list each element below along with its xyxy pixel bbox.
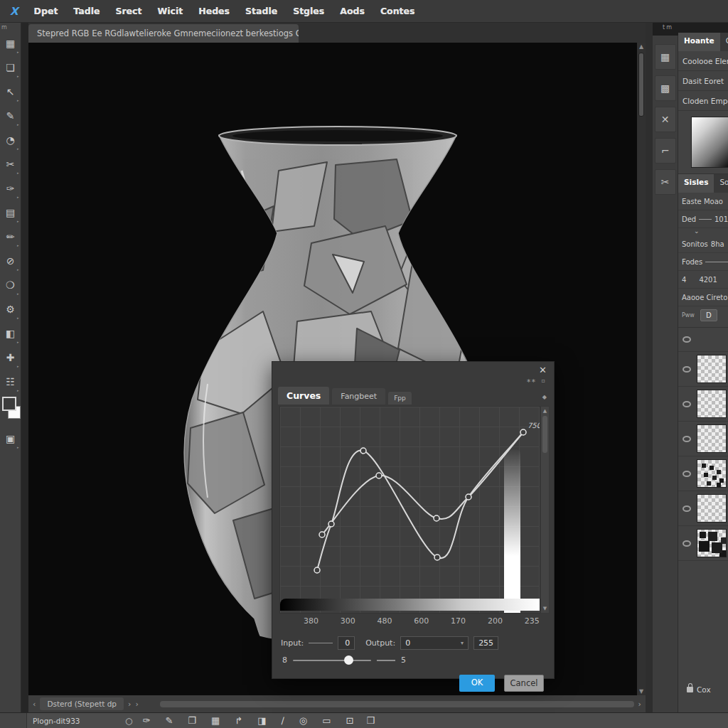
canvas-horizontal-scrollbar[interactable] (160, 701, 634, 707)
stamp-tool[interactable]: ☷ (1, 370, 20, 394)
layer-thumbnail[interactable] (697, 529, 727, 557)
layer-thumbnail[interactable] (697, 494, 727, 523)
graph-scroll-thumb[interactable] (542, 416, 547, 453)
visibility-eye-icon[interactable] (682, 436, 691, 442)
layer-thumbnail[interactable] (697, 459, 727, 488)
row-sonitos[interactable]: Sonitos 8ha (678, 235, 728, 253)
scroll-down-icon[interactable]: ▼ (639, 688, 643, 695)
export-icon[interactable]: ↱ (235, 715, 242, 726)
layers-tool[interactable]: ▤ (1, 200, 20, 225)
slider-row-fodes[interactable]: Fodes (678, 253, 728, 271)
slider-row-ded[interactable]: Ded 101 (678, 210, 728, 228)
lasso-tool[interactable]: ❍ (1, 273, 20, 297)
menu-item-stgles[interactable]: Stgles (293, 6, 324, 16)
graph-scroll-down-icon[interactable]: ▼ (543, 606, 547, 611)
curve-control-point[interactable] (314, 567, 320, 573)
menu-item-stadle[interactable]: Stadle (245, 6, 277, 16)
menu-item-tadle[interactable]: Tadle (73, 6, 100, 16)
section-tab-sonn[interactable]: Sonn (714, 174, 728, 193)
plus-tool[interactable]: ✚ (1, 346, 20, 370)
curve-control-point[interactable] (319, 532, 325, 537)
scroll-right-icon[interactable]: › (638, 700, 641, 709)
crop-tool[interactable]: ❏ (1, 55, 20, 80)
line-icon[interactable]: ∕ (281, 715, 284, 726)
row-aaooe[interactable]: Aaooe Cireto (678, 289, 728, 306)
output-max-field[interactable]: 255 (473, 636, 498, 650)
scissors-tool[interactable]: ✂ (1, 152, 20, 176)
prev-doc-icon[interactable]: ‹ (33, 700, 36, 709)
curve-control-point[interactable] (434, 555, 440, 560)
visibility-eye-icon[interactable] (682, 540, 691, 547)
layer-row[interactable] (678, 387, 728, 422)
section-tab-sisles[interactable]: Sisles (678, 174, 714, 193)
corner-panel-icon-button[interactable]: ⌐ (655, 138, 676, 164)
canvas-vertical-scrollbar[interactable]: ▲ ▼ (637, 43, 646, 695)
curve-control-point[interactable] (520, 429, 526, 435)
panel-item[interactable]: Dasit Eoret (678, 71, 728, 91)
target-icon[interactable]: ◎ (299, 715, 307, 726)
gear-tool[interactable]: ⚙ (1, 297, 20, 321)
marquee-tool[interactable]: ▦ (1, 31, 20, 55)
curve-control-point[interactable] (466, 494, 471, 500)
close-icon[interactable]: ✕ (539, 365, 547, 375)
visibility-eye-icon[interactable] (682, 471, 691, 477)
bucket-icon[interactable]: ◨ (257, 715, 266, 726)
menu-item-hedes[interactable]: Hedes (198, 6, 230, 16)
scrollbar-thumb[interactable] (638, 53, 644, 117)
color-swatches[interactable] (1, 397, 20, 424)
visibility-eye-icon[interactable] (682, 336, 691, 343)
layer-thumbnail[interactable] (697, 390, 727, 418)
scroll-up-icon[interactable]: ▲ (639, 43, 643, 50)
curve-control-point[interactable] (434, 515, 439, 521)
gradient-picker[interactable] (691, 117, 728, 168)
monitor-icon[interactable]: ▭ (322, 715, 331, 726)
right-tab-co[interactable]: Co (720, 33, 728, 51)
slider-track[interactable] (699, 219, 712, 220)
layers-icon[interactable]: ❐ (188, 715, 196, 726)
menu-item-wicit[interactable]: Wicit (157, 6, 183, 16)
document-tab[interactable]: Stepred RGB Ee RGdlawtelieroke Gmnemecii… (28, 24, 299, 43)
right-tab-hoante[interactable]: Hoante (678, 33, 720, 51)
slider-handle[interactable] (344, 655, 353, 665)
collapse-icon[interactable]: ▫ (542, 378, 545, 386)
dialog-tab-curves[interactable]: Curves (278, 387, 329, 405)
layer-row[interactable] (678, 491, 728, 526)
input-value-field[interactable]: 0 (338, 636, 355, 650)
layer-row[interactable] (678, 456, 728, 491)
cut-panel-icon-button[interactable]: ✕ (655, 107, 676, 132)
dialog-tab-fangbeet[interactable]: Fangbeet (332, 388, 385, 405)
pen-icon[interactable]: ✎ (165, 715, 173, 726)
curves-plot[interactable]: 750 (280, 407, 540, 614)
pattern-panel-icon-button[interactable]: ▩ (655, 75, 676, 101)
layer-row[interactable] (678, 526, 728, 561)
dialog-tab-fpp[interactable]: Fpp (388, 392, 412, 405)
cancel-button[interactable]: Cancel (504, 675, 544, 692)
bottom-document-tab[interactable]: Dsterd (Stepett dp (40, 697, 124, 710)
pen-tool[interactable]: ✎ (1, 104, 20, 128)
slider-track[interactable] (705, 262, 728, 262)
grid-panel-icon-button[interactable]: ▦ (655, 44, 676, 70)
next-doc-icon-2[interactable]: › (135, 700, 138, 709)
output-dropdown[interactable]: 0 ▾ (400, 636, 469, 650)
file-icon[interactable]: ❒ (366, 715, 375, 726)
curve-control-point[interactable] (360, 448, 366, 454)
menu-item-aods[interactable]: Aods (340, 6, 365, 16)
curve-control-point[interactable] (328, 521, 334, 527)
visibility-eye-icon[interactable] (682, 401, 691, 407)
pencil-tool[interactable]: ✏ (1, 225, 20, 249)
layer-thumbnail[interactable] (697, 424, 727, 453)
curve-b[interactable] (322, 432, 523, 535)
curves-graph[interactable]: 750 (279, 406, 540, 614)
layer-row[interactable] (678, 328, 728, 352)
next-doc-icon[interactable]: › (128, 700, 131, 709)
zoom-tool[interactable]: ◔ (1, 128, 20, 152)
menu-item-dpet[interactable]: Dpet (34, 6, 58, 16)
brush-tool[interactable]: ✑ (1, 176, 20, 200)
small-button[interactable]: Pww (682, 312, 695, 318)
move-tool[interactable]: ↖ (1, 80, 20, 104)
column-tool[interactable]: ▣ (1, 427, 20, 451)
panel-item[interactable]: Coolooe Elen (678, 51, 728, 71)
gradient-tool[interactable]: ◧ (1, 321, 20, 346)
foreground-color-swatch[interactable] (2, 397, 16, 411)
graph-scrollbar[interactable]: ▲ ▼ (540, 406, 550, 614)
